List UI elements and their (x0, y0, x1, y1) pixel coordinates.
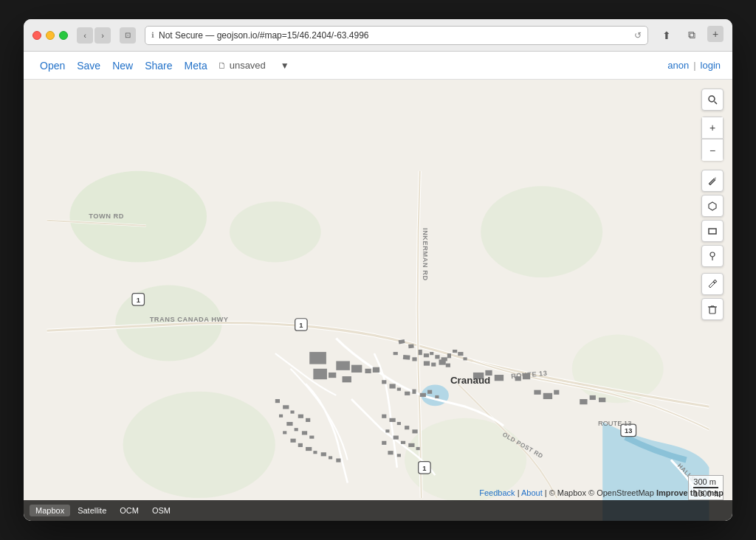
save-button[interactable]: Save (72, 57, 105, 75)
svg-rect-41 (389, 384, 395, 388)
svg-rect-19 (447, 353, 451, 358)
svg-rect-49 (389, 418, 395, 422)
address-text: Not Secure — geojson.io/#map=15/46.2404/… (159, 30, 630, 41)
svg-rect-14 (419, 350, 422, 355)
basemap-mapbox-button[interactable]: Mapbox (30, 505, 70, 516)
pencil-icon (707, 176, 718, 186)
point-icon (707, 251, 718, 261)
basemap-osm-button[interactable]: OSM (146, 505, 176, 516)
refresh-button[interactable]: ↺ (634, 30, 642, 41)
svg-rect-54 (394, 436, 399, 440)
unsaved-label: unsaved (230, 60, 266, 71)
draw-point-button[interactable] (701, 245, 724, 267)
svg-rect-22 (463, 357, 467, 360)
svg-rect-37 (495, 375, 504, 381)
svg-marker-103 (709, 202, 716, 210)
pipe-separator: | (693, 60, 695, 71)
svg-text:TOWN RD: TOWN RD (89, 212, 124, 220)
svg-rect-40 (382, 380, 386, 384)
basemap-bar: Mapbox Satellite OCM OSM (24, 500, 732, 521)
map-svg: TOWN RD TRANS CANADA HWY INKERMAN RD ROU… (24, 80, 732, 521)
svg-rect-25 (439, 359, 445, 364)
draw-polygon-button[interactable] (701, 195, 724, 217)
svg-point-6 (123, 392, 275, 498)
address-bar[interactable]: ℹ Not Secure — geojson.io/#map=15/46.240… (145, 26, 648, 45)
zoom-out-button[interactable]: − (701, 139, 724, 161)
tabs-button[interactable]: ⧉ (682, 26, 701, 45)
basemap-satellite-button[interactable]: Satellite (72, 505, 112, 516)
feedback-link[interactable]: Feedback (479, 488, 515, 497)
about-link[interactable]: About (521, 488, 543, 497)
map-controls: + − (701, 89, 724, 320)
svg-rect-28 (351, 365, 362, 373)
svg-rect-24 (431, 363, 436, 367)
svg-rect-32 (373, 367, 379, 373)
svg-rect-84 (599, 398, 605, 402)
svg-rect-72 (290, 439, 295, 443)
zoom-controls: + − (701, 117, 724, 161)
draw-tools (701, 170, 724, 320)
svg-rect-104 (709, 229, 716, 234)
forward-button[interactable]: › (94, 27, 111, 44)
svg-rect-31 (365, 369, 371, 373)
svg-rect-43 (405, 392, 410, 395)
svg-text:Cranaud: Cranaud (450, 375, 490, 386)
delete-features-button[interactable] (701, 298, 724, 320)
svg-rect-15 (424, 353, 429, 357)
svg-text:ROUTE 13: ROUTE 13 (598, 420, 631, 427)
svg-rect-10 (408, 344, 414, 348)
svg-text:INKERMAN RD: INKERMAN RD (422, 228, 429, 281)
login-link[interactable]: login (701, 60, 721, 71)
svg-text:1: 1 (299, 322, 303, 329)
improve-link[interactable]: Improve this map (656, 488, 724, 497)
search-icon (707, 94, 718, 105)
svg-point-101 (709, 96, 715, 102)
svg-rect-108 (709, 307, 715, 314)
maximize-button[interactable] (59, 31, 68, 40)
open-button[interactable]: Open (35, 57, 69, 75)
svg-rect-20 (453, 350, 457, 353)
edit-features-button[interactable] (701, 273, 724, 295)
svg-rect-78 (336, 458, 340, 462)
svg-rect-12 (403, 355, 410, 360)
svg-rect-62 (283, 405, 289, 409)
svg-rect-66 (279, 415, 283, 418)
svg-rect-63 (290, 411, 294, 414)
minimize-button[interactable] (46, 31, 55, 40)
svg-text:1: 1 (137, 297, 140, 304)
new-tab-button[interactable]: + (707, 26, 724, 42)
new-button[interactable]: New (108, 57, 137, 75)
nav-buttons: ‹ › (77, 27, 111, 44)
share-action-button[interactable]: ⬆ (657, 26, 676, 45)
svg-rect-76 (321, 452, 326, 456)
anon-link[interactable]: anon (667, 60, 689, 71)
zoom-in-button[interactable]: + (701, 117, 724, 139)
edit-icon (707, 279, 718, 289)
map-container[interactable]: TOWN RD TRANS CANADA HWY INKERMAN RD ROU… (24, 80, 732, 521)
meta-button[interactable]: Meta (180, 57, 212, 75)
share-button[interactable]: Share (140, 57, 176, 75)
svg-rect-57 (416, 447, 420, 450)
close-button[interactable] (32, 31, 41, 40)
mapbox-credit: © Mapbox (549, 488, 586, 497)
svg-rect-17 (435, 355, 439, 359)
back-button[interactable]: ‹ (77, 27, 93, 44)
svg-rect-82 (580, 399, 587, 404)
svg-rect-21 (458, 352, 463, 356)
scale-meters: 300 m (693, 477, 716, 486)
svg-rect-30 (329, 373, 336, 378)
reader-button[interactable]: ⊡ (120, 27, 136, 44)
svg-rect-61 (275, 399, 280, 403)
toolbar-left: Open Save New Share Meta 🗋 unsaved ▼ (35, 57, 667, 75)
svg-rect-29 (343, 376, 351, 382)
dropdown-arrow[interactable]: ▼ (281, 60, 289, 71)
draw-rectangle-button[interactable] (701, 220, 724, 242)
basemap-ocm-button[interactable]: OCM (114, 505, 145, 516)
svg-text:13: 13 (625, 427, 632, 435)
svg-rect-34 (313, 369, 327, 379)
draw-line-button[interactable] (701, 170, 724, 192)
svg-rect-11 (394, 352, 398, 355)
trash-icon (707, 304, 718, 314)
svg-rect-45 (420, 393, 426, 397)
search-map-button[interactable] (701, 89, 724, 111)
